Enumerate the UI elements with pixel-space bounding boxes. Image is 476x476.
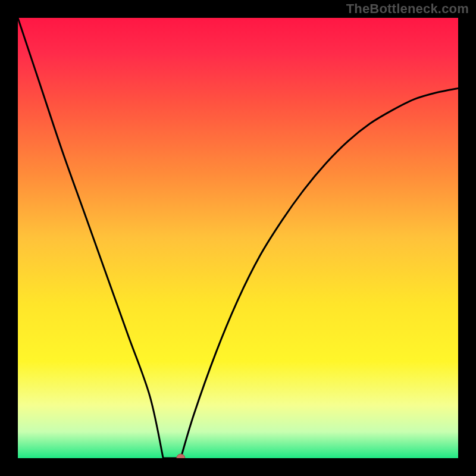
gradient-background — [18, 18, 458, 458]
bottleneck-curve-chart — [18, 18, 458, 458]
plot-area — [18, 18, 458, 458]
watermark-text: TheBottleneck.com — [346, 1, 469, 17]
chart-container: TheBottleneck.com — [0, 0, 476, 476]
